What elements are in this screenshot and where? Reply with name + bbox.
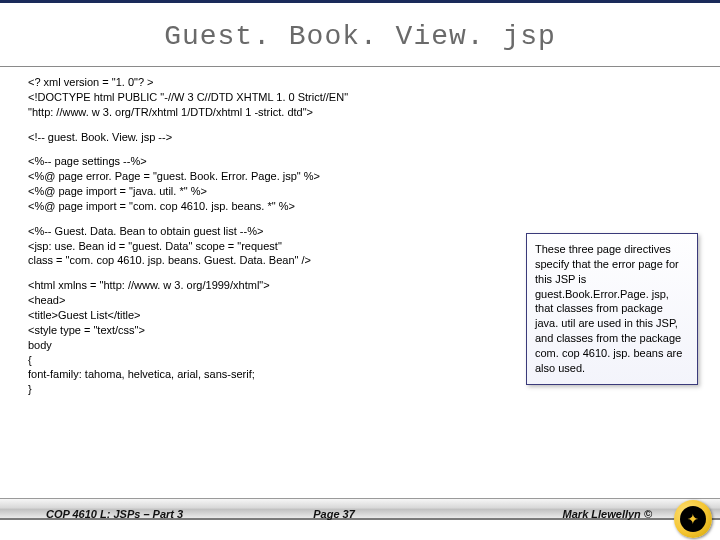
footer-text: COP 4610 L: JSPs – Part 3 Page 37 Mark L…: [0, 498, 720, 540]
footer-right: Mark Llewellyn ©: [385, 508, 652, 520]
callout-box: These three page directives specify that…: [526, 233, 698, 385]
code-line: <%@ page import = "java. util. *" %>: [28, 184, 692, 199]
logo-inner: ✦: [680, 506, 706, 532]
content-area: <? xml version = "1. 0"? > <!DOCTYPE htm…: [0, 73, 720, 498]
ucf-logo: ✦: [674, 500, 712, 538]
code-line: <%@ page error. Page = "guest. Book. Err…: [28, 169, 692, 184]
code-line: <!DOCTYPE html PUBLIC "-//W 3 C//DTD XHT…: [28, 90, 692, 105]
code-line: <? xml version = "1. 0"? >: [28, 75, 692, 90]
code-line: <%-- page settings --%>: [28, 154, 692, 169]
code-line: "http: //www. w 3. org/TR/xhtml 1/DTD/xh…: [28, 105, 692, 120]
pegasus-icon: ✦: [687, 512, 699, 526]
slide: Guest. Book. View. jsp <? xml version = …: [0, 0, 720, 540]
page-title: Guest. Book. View. jsp: [0, 3, 720, 66]
footer-left: COP 4610 L: JSPs – Part 3: [46, 508, 313, 520]
title-divider: [0, 66, 720, 67]
code-line: <%@ page import = "com. cop 4610. jsp. b…: [28, 199, 692, 214]
footer: COP 4610 L: JSPs – Part 3 Page 37 Mark L…: [0, 498, 720, 540]
footer-page: Page 37: [313, 508, 385, 520]
code-line: <!-- guest. Book. View. jsp -->: [28, 130, 692, 145]
